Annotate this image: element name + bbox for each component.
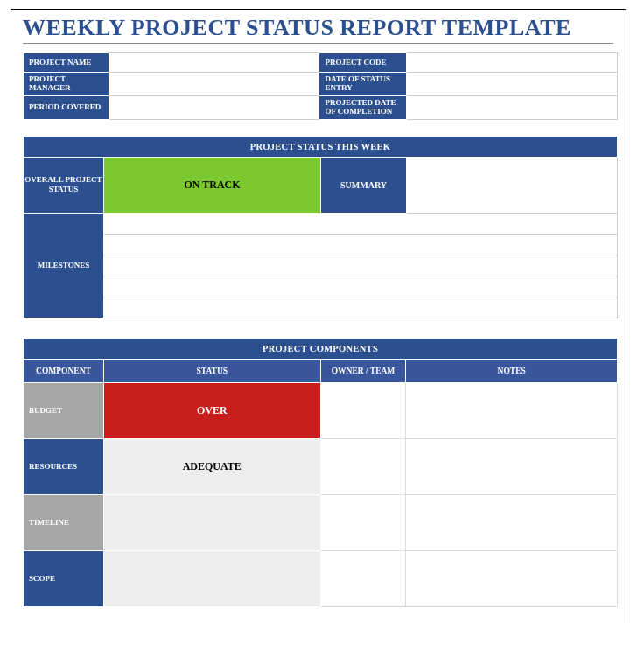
component-budget-label: BUDGET	[24, 382, 104, 438]
component-resources-status: ADEQUATE	[103, 438, 320, 494]
column-status: STATUS	[103, 359, 320, 382]
component-timeline-owner[interactable]	[320, 494, 406, 550]
project-info-table: PROJECT NAME PROJECT CODE PROJECT MANAGE…	[23, 52, 618, 120]
component-budget-owner[interactable]	[320, 382, 406, 438]
component-resources-label: RESOURCES	[24, 438, 104, 494]
overall-status-value: ON TRACK	[104, 157, 321, 213]
summary-label: SUMMARY	[321, 157, 407, 213]
component-scope-label: SCOPE	[24, 550, 104, 606]
milestone-row[interactable]	[104, 297, 618, 318]
component-budget-notes[interactable]	[406, 382, 618, 438]
status-week-header: PROJECT STATUS THIS WEEK	[24, 136, 618, 157]
component-timeline-status	[103, 494, 320, 550]
date-status-entry-value[interactable]	[407, 73, 618, 96]
component-scope-owner[interactable]	[320, 550, 406, 606]
component-scope-status	[103, 550, 320, 606]
summary-value[interactable]	[407, 157, 618, 213]
component-resources-notes[interactable]	[406, 438, 618, 494]
component-timeline-label: TIMELINE	[24, 494, 104, 550]
milestone-row[interactable]	[104, 255, 618, 276]
project-name-label: PROJECT NAME	[24, 53, 109, 73]
project-code-label: PROJECT CODE	[319, 53, 407, 73]
components-header: PROJECT COMPONENTS	[24, 338, 618, 359]
status-week-table: PROJECT STATUS THIS WEEK OVERALL PROJECT…	[23, 136, 618, 318]
column-component: COMPONENT	[24, 359, 104, 382]
milestone-row[interactable]	[104, 276, 618, 297]
project-name-value[interactable]	[108, 53, 319, 73]
projected-completion-label: PROJECTED DATE OF COMPLETION	[319, 95, 407, 119]
page-title: WEEKLY PROJECT STATUS REPORT TEMPLATE	[23, 15, 613, 44]
component-scope-notes[interactable]	[406, 550, 618, 606]
project-components-table: PROJECT COMPONENTS COMPONENT STATUS OWNE…	[23, 338, 618, 607]
period-covered-label: PERIOD COVERED	[24, 95, 109, 119]
project-manager-label: PROJECT MANAGER	[24, 73, 109, 96]
milestone-row[interactable]	[104, 234, 618, 255]
column-notes: NOTES	[406, 359, 618, 382]
milestones-label: MILESTONES	[24, 213, 104, 318]
component-budget-status: OVER	[103, 382, 320, 438]
project-manager-value[interactable]	[108, 73, 319, 96]
project-code-value[interactable]	[407, 53, 618, 73]
overall-status-label: OVERALL PROJECT STATUS	[24, 157, 104, 213]
projected-completion-value[interactable]	[407, 95, 618, 119]
column-owner: OWNER / TEAM	[320, 359, 406, 382]
component-resources-owner[interactable]	[320, 438, 406, 494]
component-timeline-notes[interactable]	[406, 494, 618, 550]
period-covered-value[interactable]	[108, 95, 319, 119]
date-status-entry-label: DATE OF STATUS ENTRY	[319, 73, 407, 96]
milestone-row[interactable]	[104, 213, 618, 234]
page-container: WEEKLY PROJECT STATUS REPORT TEMPLATE PR…	[10, 9, 626, 623]
